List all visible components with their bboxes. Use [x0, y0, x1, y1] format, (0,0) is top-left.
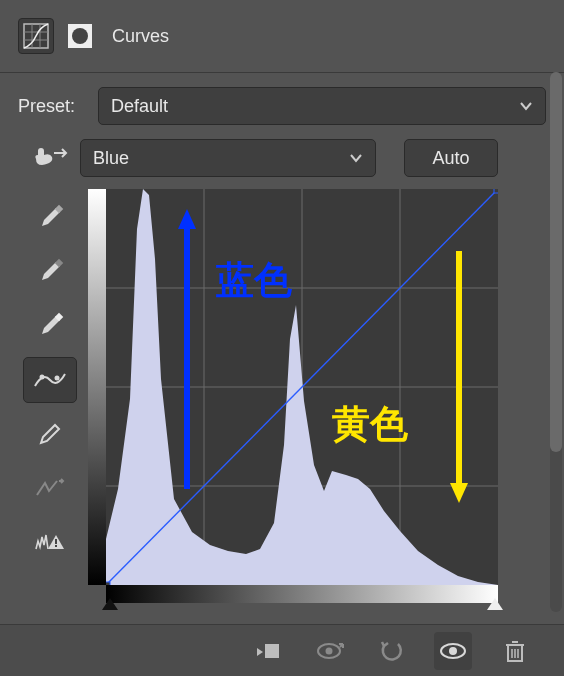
undo-icon [378, 640, 404, 662]
svg-rect-12 [55, 539, 57, 544]
toggle-visibility-button[interactable] [434, 632, 472, 670]
panel-scrollbar-thumb[interactable] [550, 72, 562, 452]
clip-warning-icon [34, 531, 66, 553]
pencil-tool[interactable] [23, 411, 77, 457]
eyedropper-icon [36, 204, 64, 232]
black-point-slider[interactable] [102, 598, 118, 610]
eye-cycle-icon [314, 641, 344, 661]
curves-panel-icon [23, 23, 49, 49]
mask-icon [67, 23, 93, 49]
curves-icon-button[interactable] [18, 18, 54, 54]
svg-point-24 [326, 647, 333, 654]
input-gradient [106, 585, 498, 603]
clip-tool[interactable] [23, 519, 77, 565]
smooth-tool[interactable] [23, 465, 77, 511]
eyedropper-icon [36, 258, 64, 286]
delete-button[interactable] [496, 632, 534, 670]
auto-button[interactable]: Auto [404, 139, 498, 177]
trash-icon [504, 639, 526, 663]
annotation-arrow-down [448, 251, 470, 503]
svg-point-10 [40, 375, 45, 380]
annotation-yellow-label: 黄色 [332, 399, 408, 450]
curves-graph[interactable] [106, 189, 498, 585]
eyedropper-white-tool[interactable] [23, 303, 77, 349]
pencil-icon [37, 421, 63, 447]
svg-point-6 [72, 28, 88, 44]
curve-point-icon [33, 368, 67, 392]
chevron-down-icon [519, 99, 533, 113]
eyedropper-gray-tool[interactable] [23, 249, 77, 295]
eyedropper-black-tool[interactable] [23, 195, 77, 241]
chevron-down-icon [349, 151, 363, 165]
curve-anchor-highlight[interactable] [494, 189, 498, 193]
white-point-slider[interactable] [487, 598, 503, 610]
smooth-icon [35, 477, 65, 499]
output-gradient [88, 189, 106, 585]
panel-title: Curves [112, 26, 169, 47]
channel-select[interactable]: Blue [80, 139, 376, 177]
reset-button[interactable] [372, 632, 410, 670]
auto-label: Auto [432, 148, 469, 169]
channel-value: Blue [93, 148, 129, 169]
svg-point-11 [55, 376, 60, 381]
preset-label: Preset: [18, 96, 88, 117]
clip-to-layer-button[interactable] [248, 632, 286, 670]
eye-icon [438, 641, 468, 661]
svg-rect-22 [265, 644, 279, 658]
eyedropper-icon [36, 312, 64, 340]
clip-icon [253, 640, 281, 662]
preset-select[interactable]: Default [98, 87, 546, 125]
hand-pointer-icon [32, 145, 68, 171]
annotation-arrow-up [176, 209, 198, 489]
curve-edit-tool[interactable] [23, 357, 77, 403]
view-previous-button[interactable] [310, 632, 348, 670]
svg-rect-13 [55, 545, 57, 547]
panel-footer [0, 624, 564, 676]
svg-point-26 [449, 647, 457, 655]
annotation-blue-label: 蓝色 [216, 255, 292, 306]
preset-value: Default [111, 96, 168, 117]
layer-mask-icon-button[interactable] [62, 18, 98, 54]
targeted-adjust-tool[interactable] [30, 145, 70, 171]
